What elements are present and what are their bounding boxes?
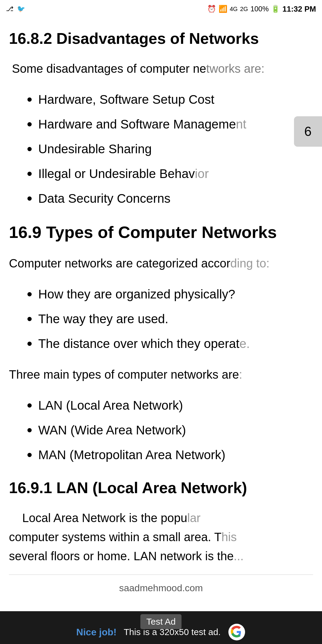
list-item: Illegal or Undesirable Behavior	[27, 161, 313, 186]
twitter-icon: 🐦	[17, 5, 25, 13]
list-item: The distance over which they operate.	[27, 331, 313, 356]
network-types-list: LAN (Local Area Network) WAN (Wide Area …	[27, 393, 313, 467]
section-16-9-intro: Computer networks are categorized accord…	[9, 254, 313, 273]
time-display: 11:32 PM	[282, 4, 316, 14]
status-bar: ⎇ 🐦 ⏰ 📶 4G 2G 100% 🔋 11:32 PM	[0, 0, 322, 18]
signal-2g-icon: 2G	[240, 6, 248, 13]
list-item: The way they are used.	[27, 306, 313, 331]
list-item-undesirable-sharing: Undesirable Sharing	[27, 137, 313, 161]
page-number-badge: 6	[294, 116, 322, 147]
list-item-man: MAN (Metropolitan Area Network)	[27, 442, 313, 467]
battery-text: 100%	[250, 5, 269, 13]
section-16-9-1-body: Local Area Network is the popular comput…	[9, 508, 313, 566]
section-16-9-1-heading: 16.9.1 LAN (Local Area Network)	[9, 476, 313, 499]
list-item-lan: LAN (Local Area Network)	[27, 393, 313, 418]
alarm-icon: ⏰	[207, 5, 216, 13]
footer-domain: saadmehmood.com	[9, 575, 313, 598]
main-content: 16.8.2 Disadvantages of Networks Some di…	[0, 18, 322, 604]
disadvantages-list: Hardware, Software Setup Cost Hardware a…	[27, 87, 313, 211]
list-item: How they are organized physically?	[27, 282, 313, 306]
section-16-9-heading: 16.9 Types of Computer Networks	[9, 220, 313, 245]
list-item-wan: WAN (Wide Area Network)	[27, 418, 313, 442]
wifi-icon: 📶	[219, 5, 227, 13]
status-right-info: ⏰ 📶 4G 2G 100% 🔋 11:32 PM	[207, 4, 316, 14]
categorized-list: How they are organized physically? The w…	[27, 282, 313, 356]
ad-label: Test Ad	[140, 614, 182, 629]
section-16-8-2-heading: 16.8.2 Disadvantages of Networks	[9, 27, 313, 50]
list-item: Hardware and Software Management	[27, 112, 313, 137]
ad-banner[interactable]: Test Ad Nice job! This is a 320x50 test …	[0, 611, 322, 644]
status-left-icons: ⎇ 🐦	[6, 5, 25, 13]
signal-4g-icon: 4G	[230, 6, 238, 13]
section-16-8-2-intro: Some disadvantages of computer networks …	[12, 59, 313, 78]
ad-nicejob-text: Nice job!	[76, 627, 117, 638]
list-item: Hardware, Software Setup Cost	[27, 87, 313, 112]
usb-icon: ⎇	[6, 5, 13, 13]
list-item: Data Security Concerns	[27, 186, 313, 211]
three-main-types-text: Three main types of computer networks ar…	[9, 365, 313, 384]
battery-icon: 🔋	[271, 5, 280, 13]
google-logo-icon	[228, 623, 246, 641]
